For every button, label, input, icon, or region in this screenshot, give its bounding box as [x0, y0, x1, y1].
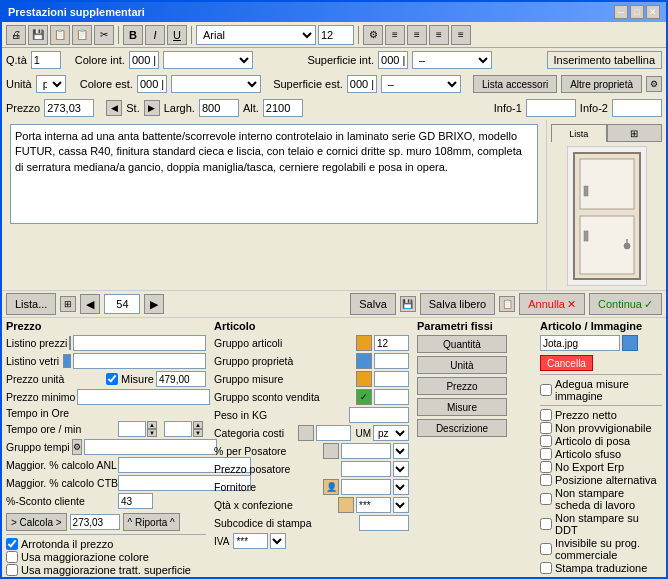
articolo-sfuso-checkbox[interactable]: [540, 448, 552, 460]
align-icon4[interactable]: ≡: [429, 25, 449, 45]
spin-down1[interactable]: ▼: [147, 429, 157, 437]
spin-up2[interactable]: ▲: [193, 421, 203, 429]
salva-libero-button[interactable]: Salva libero: [420, 293, 495, 315]
spin-down2[interactable]: ▼: [193, 429, 203, 437]
fornitore-icon[interactable]: 👤: [323, 479, 339, 495]
usa-magg-colore-checkbox[interactable]: [6, 551, 18, 563]
superficie-int-input[interactable]: [378, 51, 408, 69]
unita-select[interactable]: pz: [36, 75, 66, 93]
underline-icon[interactable]: U: [167, 25, 187, 45]
superficie-est-input[interactable]: [347, 75, 377, 93]
nav-prev[interactable]: ◀: [80, 294, 100, 314]
save-icon[interactable]: 💾: [28, 25, 48, 45]
align-icon2[interactable]: ≡: [385, 25, 405, 45]
gruppo-sconto-icon[interactable]: ✓: [356, 389, 372, 405]
tempo-input2[interactable]: [164, 421, 192, 437]
annulla-button[interactable]: Annulla ✕: [519, 293, 585, 315]
riporta-button[interactable]: ^ Riporta ^: [123, 513, 180, 531]
categoria-icon[interactable]: [298, 425, 314, 441]
filename-input[interactable]: [540, 335, 620, 351]
prezzo-unita-input[interactable]: [156, 371, 206, 387]
largh-input[interactable]: [199, 99, 239, 117]
um-select[interactable]: pz: [373, 425, 409, 441]
qty-input[interactable]: [31, 51, 61, 69]
gruppo-tempi-input[interactable]: [84, 439, 217, 455]
superficie-int-select[interactable]: –: [412, 51, 492, 69]
iva-select[interactable]: [270, 533, 286, 549]
gruppo-proprieta-input[interactable]: [374, 353, 409, 369]
iva-input[interactable]: [233, 533, 268, 549]
st-left-icon[interactable]: ◀: [106, 100, 122, 116]
fornitore-input[interactable]: [341, 479, 391, 495]
superficie-est-select[interactable]: –: [381, 75, 461, 93]
qta-confezione-input[interactable]: [356, 497, 391, 513]
listino-vetri-input[interactable]: [73, 353, 206, 369]
listino-prezzi-input[interactable]: [73, 335, 206, 351]
altre-proprieta-button[interactable]: Altre proprietà: [561, 75, 642, 93]
qta-icon[interactable]: [338, 497, 354, 513]
gruppo-sconto-input[interactable]: [374, 389, 409, 405]
prezzo-param-button[interactable]: Prezzo: [417, 377, 507, 395]
colore-est-input[interactable]: [137, 75, 167, 93]
posizione-alt-checkbox[interactable]: [540, 474, 552, 486]
stampa-traduzione-checkbox[interactable]: [540, 562, 552, 574]
inserimento-tabellina[interactable]: Inserimento tabellina: [547, 51, 663, 69]
non-provvigionabile-checkbox[interactable]: [540, 422, 552, 434]
listino-prezzi-icon[interactable]: [69, 336, 71, 350]
minimize-button[interactable]: ─: [614, 5, 628, 19]
misure-checkbox[interactable]: [106, 373, 118, 385]
spin-up1[interactable]: ▲: [147, 421, 157, 429]
usa-magg-trat-checkbox[interactable]: [6, 564, 18, 576]
prezzo-posatore-select[interactable]: [393, 461, 409, 477]
salva-libero-icon[interactable]: 📋: [499, 296, 515, 312]
info1-input[interactable]: [526, 99, 576, 117]
align-icon1[interactable]: ⚙: [363, 25, 383, 45]
alt-input[interactable]: [263, 99, 303, 117]
gruppo-tempi-icon[interactable]: ⚙: [72, 439, 82, 455]
prezzo-netto-checkbox[interactable]: [540, 409, 552, 421]
per-posatore-select[interactable]: [393, 443, 409, 459]
quantita-button[interactable]: Quantità: [417, 335, 507, 353]
listino-vetri-icon[interactable]: [63, 354, 71, 368]
prezzo-minimo-input[interactable]: [77, 389, 210, 405]
misure-param-button[interactable]: Misure: [417, 398, 507, 416]
per-posatore-input[interactable]: [341, 443, 391, 459]
colore-est-select[interactable]: [171, 75, 261, 93]
cut-icon[interactable]: ✂: [94, 25, 114, 45]
salva-button[interactable]: Salva: [350, 293, 396, 315]
filename-browse-btn[interactable]: [622, 335, 638, 351]
lista-button[interactable]: Lista...: [6, 293, 56, 315]
non-stampare-scheda-checkbox[interactable]: [540, 493, 552, 505]
font-select[interactable]: Arial: [196, 25, 316, 45]
align-icon5[interactable]: ≡: [451, 25, 471, 45]
descrizione-button[interactable]: Descrizione: [417, 419, 507, 437]
non-stampare-ddt-checkbox[interactable]: [540, 518, 552, 530]
st-right-icon[interactable]: ▶: [144, 100, 160, 116]
prezzo-top-input[interactable]: [44, 99, 94, 117]
gear-icon[interactable]: ⚙: [646, 76, 662, 92]
gruppo-articoli-input[interactable]: [374, 335, 409, 351]
font-size-input[interactable]: 12: [318, 25, 354, 45]
info2-input[interactable]: [612, 99, 662, 117]
italic-icon[interactable]: I: [145, 25, 165, 45]
description-box[interactable]: Porta interna ad una anta battente/scorr…: [10, 124, 538, 224]
gruppo-proprieta-icon[interactable]: [356, 353, 372, 369]
prezzo-posatore-input[interactable]: [341, 461, 391, 477]
align-icon3[interactable]: ≡: [407, 25, 427, 45]
salva-icon[interactable]: 💾: [400, 296, 416, 312]
grid-icon[interactable]: ⊞: [60, 296, 76, 312]
per-posatore-icon[interactable]: [323, 443, 339, 459]
close-button[interactable]: ✕: [646, 5, 660, 19]
arrotonda-checkbox[interactable]: [6, 538, 18, 550]
gruppo-articoli-icon[interactable]: [356, 335, 372, 351]
articolo-posa-checkbox[interactable]: [540, 435, 552, 447]
bold-icon[interactable]: B: [123, 25, 143, 45]
cancella-button[interactable]: Cancella: [540, 355, 593, 371]
subcodice-input[interactable]: [359, 515, 409, 531]
no-export-erp-checkbox[interactable]: [540, 461, 552, 473]
qta-select[interactable]: [393, 497, 409, 513]
sconto-input[interactable]: [118, 493, 153, 509]
gruppo-misure-icon[interactable]: [356, 371, 372, 387]
unita-param-button[interactable]: Unità: [417, 356, 507, 374]
peso-kg-input[interactable]: [349, 407, 409, 423]
